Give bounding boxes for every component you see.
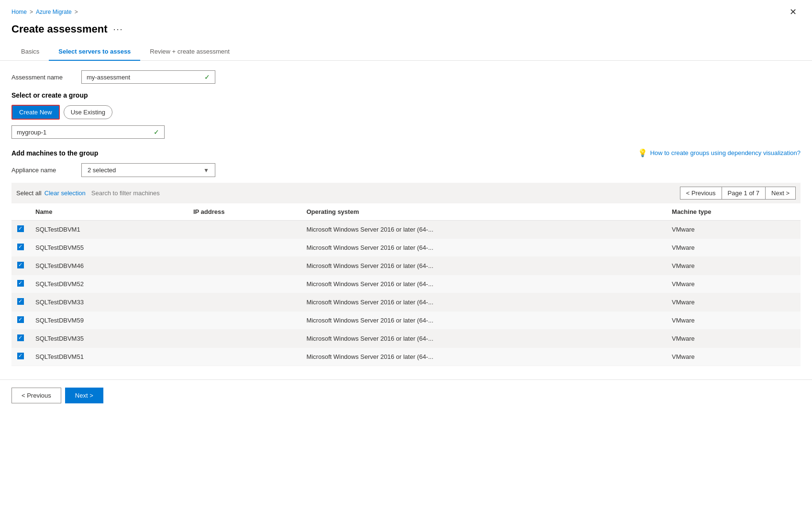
assessment-name-value: my-assessment	[87, 74, 130, 81]
row-os: Microsoft Windows Server 2016 or later (…	[300, 330, 666, 348]
row-type: VMware	[666, 257, 801, 275]
tab-select-servers[interactable]: Select servers to assess	[49, 43, 140, 61]
row-name: SQLTestDBVM52	[30, 275, 188, 293]
prev-page-button[interactable]: < Previous	[680, 187, 722, 200]
tabs: Basics Select servers to assess Review +…	[0, 35, 812, 61]
checkbox-checked-icon[interactable]	[17, 244, 24, 250]
clear-selection-link[interactable]: Clear selection	[44, 189, 86, 197]
chevron-down-icon: ▼	[203, 167, 209, 174]
breadcrumb-home[interactable]: Home	[11, 9, 27, 15]
page-title: Create assessment	[11, 23, 108, 35]
table-row[interactable]: SQLTestDBVM35Microsoft Windows Server 20…	[11, 330, 801, 348]
checkbox-checked-icon[interactable]	[17, 262, 24, 268]
row-name: SQLTestDBVM33	[30, 293, 188, 312]
breadcrumb: Home > Azure Migrate >	[11, 9, 78, 15]
row-type: VMware	[666, 348, 801, 366]
select-all-label[interactable]: Select all	[16, 189, 42, 197]
row-name: SQLTestDBVM35	[30, 330, 188, 348]
row-ip	[188, 221, 300, 239]
row-type: VMware	[666, 330, 801, 348]
appliance-label: Appliance name	[11, 167, 74, 174]
assessment-name-check-icon: ✓	[204, 73, 210, 81]
checkbox-checked-icon[interactable]	[17, 298, 24, 305]
table-row[interactable]: SQLTestDBVM46Microsoft Windows Server 20…	[11, 257, 801, 275]
row-ip	[188, 348, 300, 366]
breadcrumb-azure-migrate[interactable]: Azure Migrate	[36, 9, 72, 15]
footer-next-button[interactable]: Next >	[65, 388, 103, 403]
use-existing-button[interactable]: Use Existing	[64, 105, 112, 119]
machines-section-title: Add machines to the group	[11, 149, 98, 157]
table-toolbar: Select all Clear selection < Previous Pa…	[11, 183, 801, 203]
pagination-controls: < Previous Page 1 of 7 Next >	[680, 187, 796, 200]
row-ip	[188, 330, 300, 348]
table-row[interactable]: SQLTestDBVM33Microsoft Windows Server 20…	[11, 293, 801, 312]
table-row[interactable]: SQLTestDBVM55Microsoft Windows Server 20…	[11, 239, 801, 257]
row-checkbox-cell[interactable]	[11, 257, 30, 275]
machines-table: Name IP address Operating system Machine…	[11, 203, 801, 366]
dep-viz-link[interactable]: 💡 How to create groups using dependency …	[638, 148, 801, 157]
row-checkbox-cell[interactable]	[11, 275, 30, 293]
row-os: Microsoft Windows Server 2016 or later (…	[300, 239, 666, 257]
dep-viz-link-text: How to create groups using dependency vi…	[650, 149, 801, 156]
row-os: Microsoft Windows Server 2016 or later (…	[300, 293, 666, 312]
table-row[interactable]: SQLTestDBVM52Microsoft Windows Server 20…	[11, 275, 801, 293]
col-header-name: Name	[30, 203, 188, 221]
footer: < Previous Next >	[0, 379, 812, 411]
table-row[interactable]: SQLTestDBVM59Microsoft Windows Server 20…	[11, 312, 801, 330]
checkbox-checked-icon[interactable]	[17, 334, 24, 341]
assessment-name-input[interactable]: my-assessment ✓	[81, 70, 215, 84]
machines-section: Add machines to the group 💡 How to creat…	[11, 148, 801, 366]
row-checkbox-cell[interactable]	[11, 330, 30, 348]
breadcrumb-sep1: >	[30, 9, 33, 15]
row-ip	[188, 239, 300, 257]
row-name: SQLTestDBVM51	[30, 348, 188, 366]
breadcrumb-sep2: >	[75, 9, 78, 15]
group-name-input[interactable]: mygroup-1 ✓	[11, 125, 165, 139]
row-ip	[188, 293, 300, 312]
row-os: Microsoft Windows Server 2016 or later (…	[300, 275, 666, 293]
col-header-checkbox	[11, 203, 30, 221]
tab-review[interactable]: Review + create assessment	[140, 43, 239, 61]
page-info: Page 1 of 7	[722, 187, 766, 200]
more-options-icon[interactable]: ···	[113, 24, 123, 34]
assessment-name-label: Assessment name	[11, 74, 74, 81]
assessment-name-row: Assessment name my-assessment ✓	[11, 70, 801, 84]
page-header: Create assessment ···	[0, 19, 812, 35]
row-os: Microsoft Windows Server 2016 or later (…	[300, 312, 666, 330]
next-page-button[interactable]: Next >	[765, 187, 796, 200]
group-name-check-icon: ✓	[154, 128, 159, 136]
row-checkbox-cell[interactable]	[11, 312, 30, 330]
main-content: Assessment name my-assessment ✓ Select o…	[0, 61, 812, 376]
row-name: SQLTestDBVM46	[30, 257, 188, 275]
machines-section-header: Add machines to the group 💡 How to creat…	[11, 148, 801, 157]
close-button[interactable]: ✕	[786, 5, 801, 19]
row-os: Microsoft Windows Server 2016 or later (…	[300, 348, 666, 366]
table-header-row: Name IP address Operating system Machine…	[11, 203, 801, 221]
row-checkbox-cell[interactable]	[11, 348, 30, 366]
checkbox-checked-icon[interactable]	[17, 225, 24, 232]
row-checkbox-cell[interactable]	[11, 239, 30, 257]
top-bar: Home > Azure Migrate > ✕	[0, 0, 812, 19]
checkbox-checked-icon[interactable]	[17, 353, 24, 359]
row-os: Microsoft Windows Server 2016 or later (…	[300, 257, 666, 275]
footer-prev-button[interactable]: < Previous	[11, 388, 61, 403]
bulb-icon: 💡	[638, 148, 647, 157]
tab-basics[interactable]: Basics	[11, 43, 49, 61]
row-type: VMware	[666, 275, 801, 293]
row-checkbox-cell[interactable]	[11, 221, 30, 239]
appliance-row: Appliance name 2 selected ▼	[11, 163, 801, 177]
checkbox-checked-icon[interactable]	[17, 280, 24, 287]
row-type: VMware	[666, 239, 801, 257]
create-new-button[interactable]: Create New	[11, 105, 60, 120]
row-name: SQLTestDBVM59	[30, 312, 188, 330]
checkbox-checked-icon[interactable]	[17, 316, 24, 323]
group-name-value: mygroup-1	[17, 129, 46, 136]
search-input[interactable]	[86, 189, 680, 197]
appliance-dropdown[interactable]: 2 selected ▼	[81, 163, 215, 177]
row-type: VMware	[666, 221, 801, 239]
table-row[interactable]: SQLTestDBVM51Microsoft Windows Server 20…	[11, 348, 801, 366]
col-header-type: Machine type	[666, 203, 801, 221]
col-header-os: Operating system	[300, 203, 666, 221]
table-row[interactable]: SQLTestDBVM1Microsoft Windows Server 201…	[11, 221, 801, 239]
row-checkbox-cell[interactable]	[11, 293, 30, 312]
